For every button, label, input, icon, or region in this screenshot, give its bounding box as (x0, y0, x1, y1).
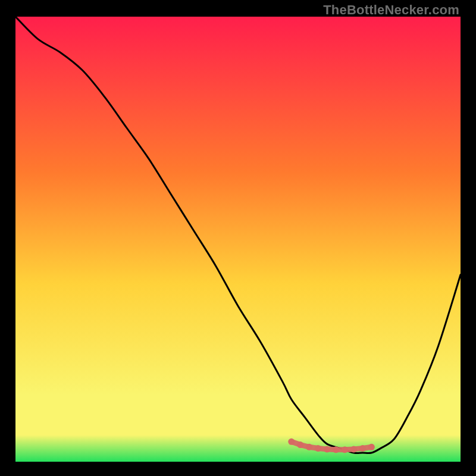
optimal-region-dot (333, 446, 339, 453)
optimal-region-dot (350, 446, 357, 453)
optimal-region-dot (359, 445, 366, 452)
chart-frame: TheBottleNecker.com (0, 0, 476, 476)
gradient-background (15, 17, 461, 462)
optimal-region-dot (306, 444, 312, 450)
optimal-region-dot (342, 446, 348, 453)
optimal-region-dot (288, 439, 295, 445)
watermark-text: TheBottleNecker.com (323, 2, 459, 18)
optimal-region-dot (368, 444, 375, 450)
optimal-region-dot (324, 446, 330, 453)
optimal-region-dot (315, 445, 321, 452)
bottleneck-chart (15, 17, 461, 462)
optimal-region-dot (297, 441, 303, 448)
